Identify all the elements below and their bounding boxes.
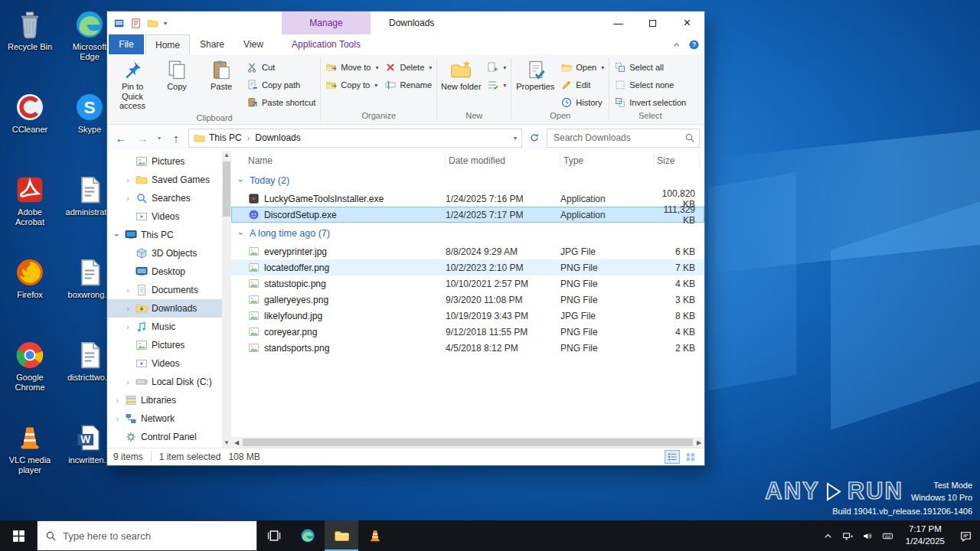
expand-chevron-icon[interactable]: › bbox=[124, 322, 132, 331]
forward-button[interactable]: → bbox=[133, 129, 152, 147]
desktop-icon-vlc-media-player[interactable]: VLC media player bbox=[3, 418, 57, 500]
copy-button[interactable]: Copy bbox=[155, 57, 199, 94]
taskbar-app-edge[interactable] bbox=[291, 520, 325, 551]
group-header-today-2[interactable]: ›Today (2) bbox=[231, 170, 704, 191]
start-button[interactable] bbox=[0, 520, 37, 551]
nav-item-searches[interactable]: ›Searches bbox=[107, 189, 222, 207]
select-all-button[interactable]: Select all bbox=[611, 59, 689, 76]
easy-access-button[interactable]: ▾ bbox=[483, 77, 509, 93]
breadcrumb-downloads[interactable]: Downloads bbox=[255, 132, 300, 143]
scroll-up-icon[interactable]: ▲ bbox=[222, 151, 231, 160]
refresh-button[interactable] bbox=[525, 129, 544, 147]
search-input[interactable] bbox=[547, 129, 700, 148]
edit-button[interactable]: Edit bbox=[557, 77, 607, 93]
paste-button[interactable]: Paste bbox=[199, 57, 243, 94]
address-input[interactable]: This PC › Downloads ▾ bbox=[188, 129, 522, 148]
tab-home[interactable]: Home bbox=[145, 34, 190, 54]
new-folder-button[interactable]: New folder bbox=[439, 57, 483, 94]
tab-file[interactable]: File bbox=[109, 34, 144, 54]
action-center-button[interactable] bbox=[951, 520, 980, 551]
file-row-galleryeyes-png[interactable]: galleryeyes.png9/3/2020 11:08 PMPNG File… bbox=[231, 292, 704, 308]
select-none-button[interactable]: Select none bbox=[611, 77, 689, 93]
qat-properties-icon[interactable] bbox=[130, 18, 142, 29]
nav-item-control-panel[interactable]: Control Panel bbox=[107, 428, 222, 446]
file-row-statustopic-png[interactable]: statustopic.png10/10/2021 2:57 PMPNG Fil… bbox=[231, 276, 704, 292]
taskbar-search-input[interactable] bbox=[63, 530, 249, 542]
scroll-down-icon[interactable]: ▼ bbox=[222, 439, 231, 448]
group-collapse-chevron-icon[interactable]: › bbox=[237, 177, 246, 184]
column-header-date-modified[interactable]: Date modified bbox=[446, 154, 560, 167]
collapse-ribbon-icon[interactable] bbox=[671, 39, 682, 51]
nav-item-downloads[interactable]: ›Downloads bbox=[107, 299, 222, 318]
expand-chevron-icon[interactable]: › bbox=[124, 285, 132, 295]
expand-chevron-icon[interactable]: › bbox=[124, 175, 132, 184]
column-header-type[interactable]: Type bbox=[560, 154, 654, 167]
invert-selection-button[interactable]: Invert selection bbox=[611, 94, 689, 111]
file-row-discordsetup-exe[interactable]: DiscordSetup.exe1/24/2025 7:17 PMApplica… bbox=[231, 207, 704, 223]
taskbar-app-task-view[interactable] bbox=[257, 520, 291, 551]
nav-item-videos[interactable]: Videos bbox=[107, 354, 222, 373]
expand-chevron-icon[interactable]: › bbox=[124, 377, 132, 386]
up-button[interactable]: ↑ bbox=[167, 129, 185, 147]
scroll-left-icon[interactable]: ◀ bbox=[231, 439, 242, 446]
expand-chevron-icon[interactable]: › bbox=[113, 231, 122, 239]
search-icon[interactable] bbox=[684, 132, 695, 143]
thumbnails-view-button[interactable] bbox=[683, 450, 698, 464]
breadcrumb-this-pc[interactable]: This PC bbox=[209, 132, 242, 143]
tab-view[interactable]: View bbox=[234, 34, 273, 54]
desktop-icon-ccleaner[interactable]: CCleaner bbox=[3, 87, 57, 170]
qat-new-folder-icon[interactable] bbox=[147, 18, 158, 29]
expand-chevron-icon[interactable]: › bbox=[113, 414, 121, 423]
back-button[interactable]: ← bbox=[112, 129, 130, 147]
tray-chevron-icon[interactable] bbox=[822, 530, 834, 542]
tab-application-tools[interactable]: Application Tools bbox=[282, 34, 371, 54]
column-header-size[interactable]: Size bbox=[654, 154, 700, 167]
file-row-coreyear-png[interactable]: coreyear.png9/12/2018 11:55 PMPNG File4 … bbox=[231, 324, 704, 340]
nav-item-this-pc[interactable]: ›This PC bbox=[107, 226, 222, 244]
nav-item-music[interactable]: ›Music bbox=[107, 318, 222, 336]
desktop-icon-firefox[interactable]: Firefox bbox=[3, 253, 57, 335]
nav-item-desktop[interactable]: Desktop bbox=[107, 262, 222, 281]
close-button[interactable]: × bbox=[670, 11, 704, 34]
minimize-button[interactable]: — bbox=[601, 11, 635, 34]
desktop-icon-recycle-bin[interactable]: Recycle Bin bbox=[3, 5, 57, 87]
history-button[interactable]: History bbox=[557, 94, 607, 111]
paste-shortcut-button[interactable]: Paste shortcut bbox=[243, 94, 318, 111]
taskbar-app-file-explorer[interactable] bbox=[325, 520, 358, 551]
group-collapse-chevron-icon[interactable]: › bbox=[237, 230, 246, 237]
tab-share[interactable]: Share bbox=[191, 34, 233, 54]
taskbar-clock[interactable]: 7:17 PM 1/24/2025 bbox=[900, 523, 951, 547]
file-row-everyprinter-jpg[interactable]: everyprinter.jpg8/8/2024 9:29 AMJPG File… bbox=[231, 243, 704, 259]
group-header-a-long-time-ago-7[interactable]: ›A long time ago (7) bbox=[231, 223, 704, 243]
keyboard-icon[interactable] bbox=[882, 530, 893, 542]
nav-item-libraries[interactable]: ›Libraries bbox=[107, 391, 222, 409]
horizontal-scrollbar[interactable]: ◀ ▶ bbox=[231, 437, 704, 448]
expand-chevron-icon[interactable]: › bbox=[113, 396, 121, 405]
file-row-standsports-png[interactable]: standsports.png4/5/2018 8:12 PMPNG File2… bbox=[231, 340, 704, 356]
nav-item-pictures[interactable]: Pictures bbox=[107, 336, 222, 354]
expand-chevron-icon[interactable]: › bbox=[124, 194, 132, 203]
help-icon[interactable]: ? bbox=[688, 39, 700, 51]
qat-customize-chevron-icon[interactable]: ▾ bbox=[164, 20, 167, 27]
copy-to-button[interactable]: Copy to▾ bbox=[322, 77, 381, 93]
nav-item-3d-objects[interactable]: 3D Objects bbox=[107, 244, 222, 262]
move-to-button[interactable]: Move to▾ bbox=[322, 59, 381, 76]
pin-to-quick-access-button[interactable]: Pin to Quick access bbox=[110, 57, 155, 113]
nav-item-local-disk-c[interactable]: ›Local Disk (C:) bbox=[107, 373, 222, 391]
desktop-icon-google-chrome[interactable]: Google Chrome bbox=[3, 335, 57, 418]
nav-item-documents[interactable]: ›Documents bbox=[107, 281, 222, 299]
copy-path-button[interactable]: Copy path bbox=[243, 77, 318, 93]
scrollbar-thumb[interactable] bbox=[243, 439, 693, 446]
file-row-locatedoffer-png[interactable]: locatedoffer.png10/2/2023 2:10 PMPNG Fil… bbox=[231, 259, 704, 276]
taskbar-app-vlc[interactable] bbox=[358, 520, 392, 551]
recent-locations-chevron-icon[interactable]: ▾ bbox=[155, 129, 164, 147]
nav-item-network[interactable]: ›Network bbox=[107, 409, 222, 428]
file-row-likelyfound-jpg[interactable]: likelyfound.jpg10/19/2019 3:43 PMJPG Fil… bbox=[231, 308, 704, 324]
open-button[interactable]: Open▾ bbox=[557, 59, 607, 76]
cut-button[interactable]: Cut bbox=[243, 59, 318, 76]
nav-item-saved-games[interactable]: ›Saved Games bbox=[107, 171, 222, 189]
navigation-scrollbar[interactable]: ▲ ▼ bbox=[222, 151, 231, 448]
expand-chevron-icon[interactable]: › bbox=[124, 304, 132, 313]
address-dropdown-chevron-icon[interactable]: ▾ bbox=[514, 135, 517, 142]
rename-button[interactable]: Rename bbox=[381, 77, 435, 93]
